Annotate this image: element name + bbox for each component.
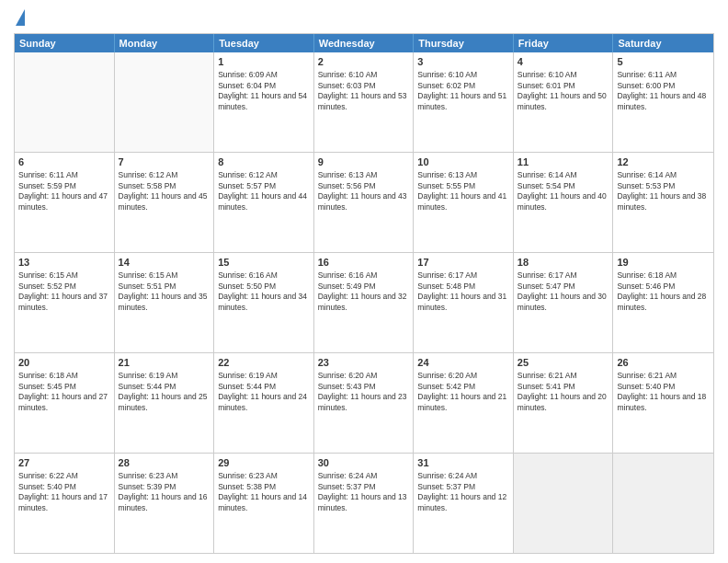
day-number: 18 xyxy=(518,256,609,269)
calendar-cell: 3Sunrise: 6:10 AMSunset: 6:02 PMDaylight… xyxy=(414,52,514,152)
calendar-row: 1Sunrise: 6:09 AMSunset: 6:04 PMDaylight… xyxy=(15,52,713,152)
cell-info: Sunrise: 6:22 AMSunset: 5:40 PMDaylight:… xyxy=(18,471,110,513)
cell-info: Sunrise: 6:10 AMSunset: 6:03 PMDaylight:… xyxy=(318,70,410,112)
calendar-row: 20Sunrise: 6:18 AMSunset: 5:45 PMDayligh… xyxy=(15,352,713,453)
calendar-cell: 11Sunrise: 6:14 AMSunset: 5:54 PMDayligh… xyxy=(514,153,614,252)
cell-info: Sunrise: 6:17 AMSunset: 5:47 PMDaylight:… xyxy=(518,270,609,313)
day-number: 15 xyxy=(218,256,310,269)
day-number: 14 xyxy=(119,256,210,269)
header xyxy=(14,9,714,28)
weekday-header: Thursday xyxy=(414,34,514,52)
calendar-cell xyxy=(15,52,115,152)
calendar-cell: 14Sunrise: 6:15 AMSunset: 5:51 PMDayligh… xyxy=(115,253,215,352)
calendar-cell: 10Sunrise: 6:13 AMSunset: 5:55 PMDayligh… xyxy=(414,153,514,252)
calendar-header: SundayMondayTuesdayWednesdayThursdayFrid… xyxy=(15,34,713,52)
day-number: 24 xyxy=(417,356,509,369)
calendar-cell: 8Sunrise: 6:12 AMSunset: 5:57 PMDaylight… xyxy=(214,153,314,252)
calendar-cell: 13Sunrise: 6:15 AMSunset: 5:52 PMDayligh… xyxy=(15,253,115,352)
weekday-header: Wednesday xyxy=(314,34,415,52)
day-number: 12 xyxy=(617,155,710,168)
calendar-body: 1Sunrise: 6:09 AMSunset: 6:04 PMDaylight… xyxy=(15,52,713,553)
day-number: 7 xyxy=(119,155,210,168)
calendar-cell: 7Sunrise: 6:12 AMSunset: 5:58 PMDaylight… xyxy=(115,153,215,252)
cell-info: Sunrise: 6:23 AMSunset: 5:38 PMDaylight:… xyxy=(218,471,310,513)
weekday-header: Monday xyxy=(115,34,215,52)
day-number: 19 xyxy=(617,256,710,269)
day-number: 2 xyxy=(318,55,410,68)
weekday-header: Saturday xyxy=(613,34,713,52)
weekday-header: Tuesday xyxy=(214,34,314,52)
cell-info: Sunrise: 6:16 AMSunset: 5:49 PMDaylight:… xyxy=(318,270,410,313)
cell-info: Sunrise: 6:19 AMSunset: 5:44 PMDaylight:… xyxy=(218,371,310,413)
day-number: 29 xyxy=(218,456,310,469)
cell-info: Sunrise: 6:16 AMSunset: 5:50 PMDaylight:… xyxy=(218,270,310,313)
cell-info: Sunrise: 6:21 AMSunset: 5:41 PMDaylight:… xyxy=(518,371,609,413)
day-number: 10 xyxy=(417,155,509,168)
cell-info: Sunrise: 6:23 AMSunset: 5:39 PMDaylight:… xyxy=(119,471,210,513)
day-number: 13 xyxy=(18,256,110,269)
calendar-cell: 21Sunrise: 6:19 AMSunset: 5:44 PMDayligh… xyxy=(115,353,215,453)
day-number: 31 xyxy=(417,456,509,469)
calendar-cell xyxy=(115,52,215,152)
calendar-cell: 26Sunrise: 6:21 AMSunset: 5:40 PMDayligh… xyxy=(613,353,713,453)
cell-info: Sunrise: 6:15 AMSunset: 5:51 PMDaylight:… xyxy=(119,270,210,313)
calendar-cell: 31Sunrise: 6:24 AMSunset: 5:37 PMDayligh… xyxy=(414,454,514,553)
calendar-cell: 12Sunrise: 6:14 AMSunset: 5:53 PMDayligh… xyxy=(613,153,713,252)
calendar-cell: 6Sunrise: 6:11 AMSunset: 5:59 PMDaylight… xyxy=(15,153,115,252)
calendar-cell: 5Sunrise: 6:11 AMSunset: 6:00 PMDaylight… xyxy=(613,52,713,152)
calendar-cell xyxy=(613,454,713,553)
day-number: 5 xyxy=(617,55,710,68)
logo-triangle-icon xyxy=(16,9,25,26)
day-number: 1 xyxy=(218,55,310,68)
calendar-cell: 4Sunrise: 6:10 AMSunset: 6:01 PMDaylight… xyxy=(514,52,614,152)
day-number: 11 xyxy=(518,155,609,168)
cell-info: Sunrise: 6:14 AMSunset: 5:54 PMDaylight:… xyxy=(518,170,609,213)
cell-info: Sunrise: 6:21 AMSunset: 5:40 PMDaylight:… xyxy=(617,371,710,413)
cell-info: Sunrise: 6:14 AMSunset: 5:53 PMDaylight:… xyxy=(617,170,710,213)
calendar-cell: 1Sunrise: 6:09 AMSunset: 6:04 PMDaylight… xyxy=(214,52,314,152)
cell-info: Sunrise: 6:20 AMSunset: 5:43 PMDaylight:… xyxy=(318,371,410,413)
cell-info: Sunrise: 6:18 AMSunset: 5:45 PMDaylight:… xyxy=(18,371,110,413)
cell-info: Sunrise: 6:13 AMSunset: 5:55 PMDaylight:… xyxy=(417,170,509,213)
calendar: SundayMondayTuesdayWednesdayThursdayFrid… xyxy=(14,33,714,554)
day-number: 20 xyxy=(18,356,110,369)
cell-info: Sunrise: 6:13 AMSunset: 5:56 PMDaylight:… xyxy=(318,170,410,213)
calendar-cell: 16Sunrise: 6:16 AMSunset: 5:49 PMDayligh… xyxy=(314,253,415,352)
day-number: 4 xyxy=(518,55,609,68)
calendar-cell: 19Sunrise: 6:18 AMSunset: 5:46 PMDayligh… xyxy=(613,253,713,352)
day-number: 17 xyxy=(417,256,509,269)
cell-info: Sunrise: 6:24 AMSunset: 5:37 PMDaylight:… xyxy=(417,471,509,513)
cell-info: Sunrise: 6:15 AMSunset: 5:52 PMDaylight:… xyxy=(18,270,110,313)
calendar-cell: 9Sunrise: 6:13 AMSunset: 5:56 PMDaylight… xyxy=(314,153,415,252)
weekday-header: Sunday xyxy=(15,34,115,52)
weekday-header: Friday xyxy=(514,34,614,52)
page: SundayMondayTuesdayWednesdayThursdayFrid… xyxy=(0,0,728,563)
calendar-cell: 2Sunrise: 6:10 AMSunset: 6:03 PMDaylight… xyxy=(314,52,415,152)
calendar-cell: 30Sunrise: 6:24 AMSunset: 5:37 PMDayligh… xyxy=(314,454,415,553)
day-number: 27 xyxy=(18,456,110,469)
calendar-cell: 20Sunrise: 6:18 AMSunset: 5:45 PMDayligh… xyxy=(15,353,115,453)
day-number: 21 xyxy=(119,356,210,369)
calendar-cell: 18Sunrise: 6:17 AMSunset: 5:47 PMDayligh… xyxy=(514,253,614,352)
cell-info: Sunrise: 6:12 AMSunset: 5:57 PMDaylight:… xyxy=(218,170,310,213)
cell-info: Sunrise: 6:09 AMSunset: 6:04 PMDaylight:… xyxy=(218,70,310,112)
logo xyxy=(14,9,25,28)
cell-info: Sunrise: 6:11 AMSunset: 6:00 PMDaylight:… xyxy=(617,70,710,112)
calendar-cell: 23Sunrise: 6:20 AMSunset: 5:43 PMDayligh… xyxy=(314,353,415,453)
day-number: 3 xyxy=(417,55,509,68)
day-number: 25 xyxy=(518,356,609,369)
calendar-row: 6Sunrise: 6:11 AMSunset: 5:59 PMDaylight… xyxy=(15,152,713,252)
day-number: 26 xyxy=(617,356,710,369)
calendar-row: 27Sunrise: 6:22 AMSunset: 5:40 PMDayligh… xyxy=(15,453,713,553)
day-number: 9 xyxy=(318,155,410,168)
calendar-cell: 28Sunrise: 6:23 AMSunset: 5:39 PMDayligh… xyxy=(115,454,215,553)
day-number: 6 xyxy=(18,155,110,168)
calendar-cell: 29Sunrise: 6:23 AMSunset: 5:38 PMDayligh… xyxy=(214,454,314,553)
cell-info: Sunrise: 6:19 AMSunset: 5:44 PMDaylight:… xyxy=(119,371,210,413)
calendar-cell: 25Sunrise: 6:21 AMSunset: 5:41 PMDayligh… xyxy=(514,353,614,453)
cell-info: Sunrise: 6:10 AMSunset: 6:02 PMDaylight:… xyxy=(417,70,509,112)
cell-info: Sunrise: 6:17 AMSunset: 5:48 PMDaylight:… xyxy=(417,270,509,313)
day-number: 30 xyxy=(318,456,410,469)
day-number: 16 xyxy=(318,256,410,269)
cell-info: Sunrise: 6:24 AMSunset: 5:37 PMDaylight:… xyxy=(318,471,410,513)
